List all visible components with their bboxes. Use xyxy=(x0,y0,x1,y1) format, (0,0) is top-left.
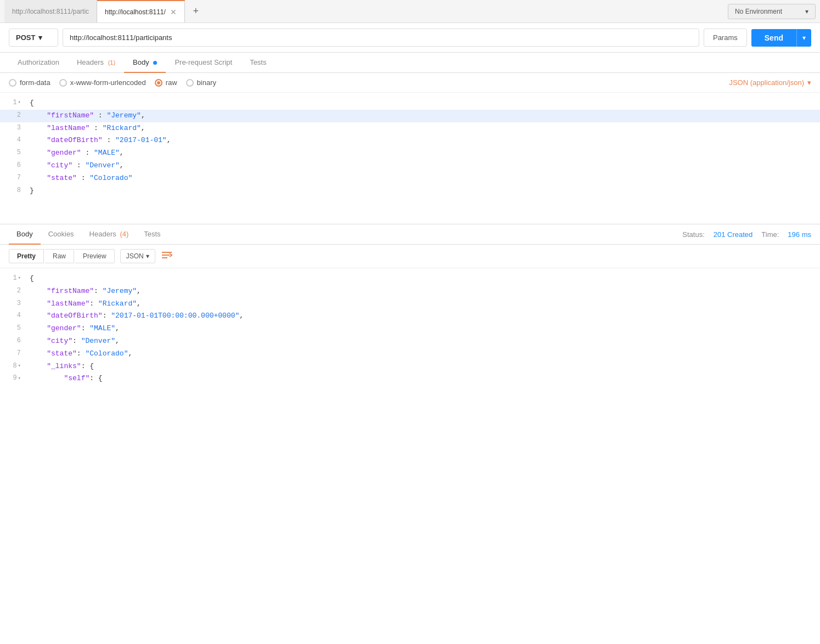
resp-json-type-selector[interactable]: JSON ▾ xyxy=(120,249,155,263)
val-state: "Colorado" xyxy=(89,174,132,182)
resp-line-content-2: "firstName": "Jeremy", xyxy=(27,286,820,297)
resp-fold-9[interactable]: ▾ xyxy=(18,375,21,382)
tab-tests[interactable]: Tests xyxy=(241,53,275,73)
pre-request-tab-label: Pre-request Script xyxy=(175,58,232,66)
tab-pre-request[interactable]: Pre-request Script xyxy=(166,53,241,73)
resp-tab-tests[interactable]: Tests xyxy=(136,224,168,245)
resp-tab-headers[interactable]: Headers (4) xyxy=(82,224,137,245)
resp-code-line-4: 4 "dateOfBirth": "2017-01-01T00:00:00.00… xyxy=(0,310,820,323)
method-selector[interactable]: POST ▾ xyxy=(9,29,58,47)
tab-headers[interactable]: Headers (1) xyxy=(68,53,124,73)
format-urlencoded[interactable]: x-www-form-urlencoded xyxy=(59,78,146,87)
line-gutter-7: 7 xyxy=(0,173,27,183)
line-gutter-5: 5 xyxy=(0,148,27,158)
key-firstName: "firstName" xyxy=(47,111,94,120)
format-raw[interactable]: raw xyxy=(155,78,177,87)
fold-arrow-1[interactable]: ▾ xyxy=(18,99,21,106)
resp-line-num-5: 5 xyxy=(17,323,21,334)
resp-line-content-8: "_links": { xyxy=(27,361,820,372)
key-state: "state" xyxy=(47,174,77,182)
format-binary[interactable]: binary xyxy=(186,78,216,87)
json-type-selector[interactable]: JSON (application/json) ▾ xyxy=(729,78,811,87)
format-raw-button[interactable]: Raw xyxy=(45,249,74,263)
line-content-1: { xyxy=(27,98,820,109)
resp-line-content-3: "lastName": "Rickard", xyxy=(27,298,820,310)
resp-fold-1[interactable]: ▾ xyxy=(18,274,21,282)
resp-line-gutter-8: 8 ▾ xyxy=(0,361,27,371)
json-type-chevron-icon: ▾ xyxy=(807,78,811,87)
wrap-icon[interactable] xyxy=(161,250,173,263)
tab-close-icon[interactable]: ✕ xyxy=(170,8,177,16)
line-num-2: 2 xyxy=(17,110,21,121)
resp-json-label: JSON xyxy=(126,252,144,260)
format-form-data[interactable]: form-data xyxy=(9,78,50,87)
urlencoded-radio[interactable] xyxy=(59,79,67,87)
binary-label: binary xyxy=(197,78,216,87)
val-jeremy: "Jeremy" xyxy=(106,111,141,120)
url-input[interactable] xyxy=(63,29,699,47)
resp-tab-cookies[interactable]: Cookies xyxy=(41,224,82,245)
env-label: No Environment xyxy=(735,8,782,15)
code-line-5: 5 "gender" : "MALE", xyxy=(0,147,820,160)
resp-line-num-1: 1 xyxy=(13,273,16,284)
json-type-label: JSON (application/json) xyxy=(729,78,804,87)
format-preview-button[interactable]: Preview xyxy=(75,249,115,263)
line-gutter-4: 4 xyxy=(0,135,27,145)
line-num-5: 5 xyxy=(17,148,21,158)
tab-inactive[interactable]: http://localhost:8111/partic xyxy=(4,0,97,22)
resp-line-gutter-9: 9 ▾ xyxy=(0,373,27,383)
resp-code-line-9: 9 ▾ "self": { xyxy=(0,372,820,385)
resp-line-gutter-6: 6 xyxy=(0,336,27,346)
resp-headers-badge: (4) xyxy=(120,230,128,238)
tab-add-button[interactable]: + xyxy=(187,3,205,20)
key-dob: "dateOfBirth" xyxy=(47,136,102,144)
raw-radio[interactable] xyxy=(155,79,162,87)
headers-tab-label: Headers xyxy=(77,58,104,66)
code-line-2: 2 "firstName" : "Jeremy", xyxy=(0,110,820,122)
val-gender: "MALE" xyxy=(94,149,120,157)
line-num-8: 8 xyxy=(17,185,21,196)
key-gender: "gender" xyxy=(47,149,81,157)
resp-fold-8[interactable]: ▾ xyxy=(18,362,21,370)
form-data-radio[interactable] xyxy=(9,79,16,87)
line-content-5: "gender" : "MALE", xyxy=(27,148,820,159)
tab-active[interactable]: http://localhost:8111/ ✕ xyxy=(97,0,185,22)
resp-code-line-1: 1 ▾ { xyxy=(0,273,820,285)
resp-line-gutter-4: 4 xyxy=(0,310,27,321)
line-content-8: } xyxy=(27,185,820,197)
resp-line-num-6: 6 xyxy=(17,336,21,346)
tab-authorization[interactable]: Authorization xyxy=(9,53,68,73)
status-label: Status: xyxy=(682,230,704,239)
wrap-lines-icon xyxy=(161,250,173,260)
method-chevron-icon: ▾ xyxy=(38,33,42,42)
params-button[interactable]: Params xyxy=(704,29,747,47)
line-gutter-6: 6 xyxy=(0,160,27,171)
key-lastName: "lastName" xyxy=(47,124,89,132)
tab-add-icon: + xyxy=(193,5,199,17)
send-dropdown-button[interactable]: ▾ xyxy=(796,29,811,47)
code-line-8: 8 } xyxy=(0,185,820,197)
format-pretty-button[interactable]: Pretty xyxy=(9,249,44,263)
binary-radio[interactable] xyxy=(186,79,194,87)
resp-line-num-8: 8 xyxy=(13,361,16,371)
tab-body[interactable]: Body xyxy=(124,53,166,73)
resp-tab-body[interactable]: Body xyxy=(9,224,41,245)
send-button[interactable]: Send xyxy=(751,29,796,47)
resp-json-chevron-icon: ▾ xyxy=(146,252,149,260)
request-body-editor[interactable]: 1 ▾ { 2 "firstName" : "Jeremy", 3 "lastN… xyxy=(0,93,820,224)
line-num-3: 3 xyxy=(17,123,21,133)
code-line-3: 3 "lastName" : "Rickard", xyxy=(0,122,820,135)
close-brace: } xyxy=(30,187,34,195)
authorization-tab-label: Authorization xyxy=(18,58,59,66)
line-content-6: "city" : "Denver", xyxy=(27,160,820,172)
resp-code-line-3: 3 "lastName": "Rickard", xyxy=(0,298,820,310)
resp-code-line-8: 8 ▾ "_links": { xyxy=(0,360,820,373)
line-num-1: 1 xyxy=(13,98,16,108)
resp-line-gutter-3: 3 xyxy=(0,298,27,309)
resp-line-num-9: 9 xyxy=(13,373,16,383)
line-content-2: "firstName" : "Jeremy", xyxy=(27,110,820,122)
resp-line-content-4: "dateOfBirth": "2017-01-01T00:00:00.000+… xyxy=(27,310,820,322)
resp-code-line-6: 6 "city": "Denver", xyxy=(0,335,820,348)
environment-selector[interactable]: No Environment ▾ xyxy=(728,4,816,19)
send-button-group: Send ▾ xyxy=(751,29,811,47)
